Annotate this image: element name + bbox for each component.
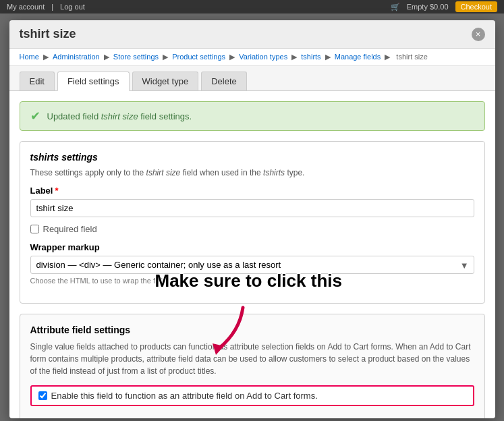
close-button[interactable]: × <box>472 28 485 41</box>
section-desc: These settings apply only to the tshirt … <box>30 168 474 177</box>
breadcrumb-sep4: ▶ <box>229 53 237 61</box>
tab-field-settings[interactable]: Field settings <box>57 72 130 91</box>
top-bar: My account | Log out 🛒 Empty $0.00 Check… <box>0 0 504 13</box>
log-out-link[interactable]: Log out <box>60 3 85 11</box>
attribute-section: Attribute field settings Single value fi… <box>20 314 485 418</box>
required-star: * <box>55 186 58 196</box>
modal-body: ✔ Updated field tshirt size field settin… <box>9 91 495 418</box>
breadcrumb-sep3: ▶ <box>163 53 170 61</box>
label-field-label: Label * <box>30 186 474 196</box>
breadcrumb-store[interactable]: Store settings <box>113 53 159 61</box>
enable-attribute-checkbox[interactable] <box>38 391 47 400</box>
attribute-title: Attribute field settings <box>30 325 474 335</box>
success-icon: ✔ <box>30 109 40 123</box>
tab-edit[interactable]: Edit <box>20 72 55 90</box>
tab-widget-type[interactable]: Widget type <box>132 72 199 90</box>
success-message: ✔ Updated field tshirt size field settin… <box>20 101 485 131</box>
enable-attribute-row: Enable this field to function as an attr… <box>30 385 474 406</box>
wrapper-select-wrapper: division — <div> — Generic container; on… <box>30 256 474 274</box>
cart-label: Empty $0.00 <box>407 3 449 11</box>
required-field-row: Required field <box>30 224 474 234</box>
breadcrumb-current: tshirt size <box>396 53 427 61</box>
wrapper-markup-select[interactable]: division — <div> — Generic container; on… <box>30 256 474 274</box>
enable-attribute-label[interactable]: Enable this field to function as an attr… <box>51 391 318 401</box>
attribute-desc: Single value fields attached to products… <box>30 341 474 377</box>
modal: tshirt size × Home ▶ Administration ▶ St… <box>9 20 495 418</box>
breadcrumb-sep6: ▶ <box>325 53 333 61</box>
required-field-label[interactable]: Required field <box>43 224 97 234</box>
tab-bar: Edit Field settings Widget type Delete <box>9 66 495 91</box>
breadcrumb: Home ▶ Administration ▶ Store settings ▶… <box>9 49 495 66</box>
modal-title: tshirt size <box>20 27 76 41</box>
success-text: Updated field tshirt size field settings… <box>47 111 192 121</box>
my-account-link[interactable]: My account <box>7 3 45 11</box>
breadcrumb-home[interactable]: Home <box>20 53 39 61</box>
label-input[interactable] <box>30 199 474 217</box>
breadcrumb-sep7: ▶ <box>385 53 392 61</box>
widget-title: Attribute selection widget <box>30 416 474 418</box>
breadcrumb-sep1: ▶ <box>43 53 51 61</box>
breadcrumb-product[interactable]: Product settings <box>172 53 225 61</box>
breadcrumb-tshirts[interactable]: tshirts <box>301 53 320 61</box>
breadcrumb-variation[interactable]: Variation types <box>239 53 287 61</box>
breadcrumb-manage[interactable]: Manage fields <box>335 53 381 61</box>
section-title: tshirts settings <box>30 152 474 163</box>
breadcrumb-admin[interactable]: Administration <box>53 53 100 61</box>
checkout-button[interactable]: Checkout <box>455 1 497 12</box>
wrapper-markup-label: Wrapper markup <box>30 242 474 252</box>
cart-icon: 🛒 <box>391 3 400 11</box>
breadcrumb-sep2: ▶ <box>104 53 111 61</box>
breadcrumb-sep5: ▶ <box>291 53 299 61</box>
modal-overlay: tshirt size × Home ▶ Administration ▶ St… <box>0 13 504 421</box>
wrapper-hint: Choose the HTML to use to wrap the field… <box>30 277 474 285</box>
settings-section: tshirts settings These settings apply on… <box>20 141 485 304</box>
tab-delete[interactable]: Delete <box>201 72 247 90</box>
wrapper-markup-group: Wrapper markup division — <div> — Generi… <box>30 242 474 285</box>
separator: | <box>51 3 53 11</box>
label-text: Label <box>30 186 53 196</box>
required-field-checkbox[interactable] <box>30 225 39 233</box>
modal-header: tshirt size × <box>9 20 495 49</box>
